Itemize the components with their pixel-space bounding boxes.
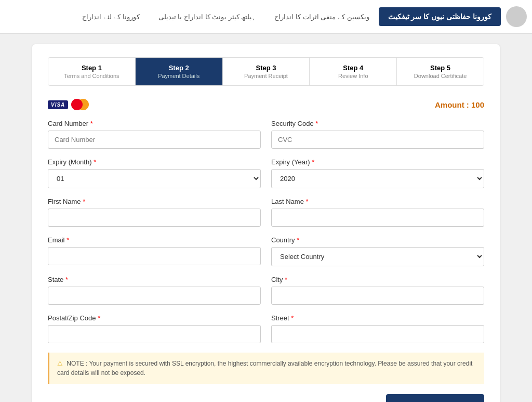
row-card-security: Card Number * Security Code *	[48, 120, 484, 149]
required-star-6: *	[306, 198, 309, 205]
row-state-city: State * City *	[48, 276, 484, 305]
mastercard-icon	[71, 99, 89, 110]
step-5-label: Download Certificate	[401, 73, 480, 79]
ssl-note: ⚠ NOTE : Your payment is secured with SS…	[48, 353, 484, 384]
security-code-label: Security Code *	[271, 120, 484, 127]
nav-item-corona-safety[interactable]: کورونا حفاظتی نیوں کا سر ٹیفکیٹ	[379, 7, 501, 26]
step-3-label: Payment Receipt	[227, 73, 305, 79]
expiry-month-label: Expiry (Month) *	[48, 158, 261, 166]
last-name-label: Last Name *	[271, 198, 484, 205]
confirm-button-row: Confirm And Pay	[48, 394, 484, 402]
required-star-2: *	[315, 120, 318, 127]
state-input[interactable]	[48, 287, 261, 305]
expiry-month-select[interactable]: 01020304 05060708 09101112	[48, 169, 261, 188]
city-input[interactable]	[271, 287, 484, 305]
nav-item-booster[interactable]: ہیلتھ کیئر یونٹ کا انداراج یا تبدیلی	[149, 8, 265, 26]
required-star-9: *	[65, 276, 68, 283]
group-postal: Postal/Zip Code *	[48, 314, 261, 343]
step-4[interactable]: Step 4 Review Info	[310, 58, 397, 85]
required-star-10: *	[285, 276, 287, 283]
country-select[interactable]: Select Country Pakistan United States Un…	[271, 247, 484, 266]
card-number-input[interactable]	[48, 131, 261, 149]
row-expiry: Expiry (Month) * 01020304 05060708 09101…	[48, 158, 484, 188]
step-1[interactable]: Step 1 Terms and Conditions	[48, 58, 136, 85]
city-label: City *	[271, 276, 484, 283]
card-icons: VISA	[48, 99, 89, 110]
required-star-3: *	[94, 158, 96, 166]
expiry-year-label: Expiry (Year) *	[271, 158, 484, 166]
postal-input[interactable]	[48, 325, 261, 343]
step-5-number: Step 5	[401, 64, 480, 72]
last-name-input[interactable]	[271, 209, 484, 227]
top-navigation: کورونا حفاظتی نیوں کا سر ٹیفکیٹ ویکسین ک…	[0, 0, 532, 34]
required-star-12: *	[291, 314, 294, 322]
required-star-11: *	[98, 314, 100, 322]
confirm-and-pay-button[interactable]: Confirm And Pay	[386, 394, 484, 402]
amount-label: Amount : 100	[435, 100, 484, 109]
group-state: State *	[48, 276, 261, 305]
required-star-8: *	[297, 236, 299, 244]
step-3[interactable]: Step 3 Payment Receipt	[223, 58, 310, 85]
street-input[interactable]	[271, 325, 484, 343]
steps-bar: Step 1 Terms and Conditions Step 2 Payme…	[48, 57, 484, 86]
nav-item-vaccine-impact[interactable]: ویکسین کے منفی اثرات کا انداراج	[265, 8, 378, 26]
required-star-4: *	[312, 158, 314, 166]
step-1-number: Step 1	[52, 64, 131, 72]
row-postal-street: Postal/Zip Code * Street *	[48, 314, 484, 343]
email-input[interactable]	[48, 247, 261, 265]
group-email: Email *	[48, 236, 261, 266]
expiry-year-select[interactable]: 2020202120222023 2024202520262027 202820…	[271, 169, 484, 188]
card-number-label: Card Number *	[48, 120, 261, 127]
group-first-name: First Name *	[48, 198, 261, 227]
group-country: Country * Select Country Pakistan United…	[271, 236, 484, 266]
row-email-country: Email * Country * Select Country Pakista…	[48, 236, 484, 266]
group-expiry-year: Expiry (Year) * 2020202120222023 2024202…	[271, 158, 484, 188]
step-1-label: Terms and Conditions	[52, 73, 131, 79]
group-card-number: Card Number *	[48, 120, 261, 149]
group-expiry-month: Expiry (Month) * 01020304 05060708 09101…	[48, 158, 261, 188]
logo	[506, 6, 527, 27]
group-city: City *	[271, 276, 484, 305]
step-3-number: Step 3	[227, 64, 305, 72]
group-security-code: Security Code *	[271, 120, 484, 149]
street-label: Street *	[271, 314, 484, 322]
state-label: State *	[48, 276, 261, 283]
required-star-7: *	[66, 236, 69, 244]
required-star: *	[90, 120, 93, 127]
step-4-number: Step 4	[314, 64, 392, 72]
main-container: Step 1 Terms and Conditions Step 2 Payme…	[32, 44, 500, 402]
first-name-label: First Name *	[48, 198, 261, 205]
step-4-label: Review Info	[314, 73, 392, 79]
postal-label: Postal/Zip Code *	[48, 314, 261, 322]
security-code-input[interactable]	[271, 131, 484, 149]
required-star-5: *	[83, 198, 85, 205]
row-names: First Name * Last Name *	[48, 198, 484, 227]
first-name-input[interactable]	[48, 209, 261, 227]
step-2[interactable]: Step 2 Payment Details	[136, 58, 223, 85]
note-text: NOTE : Your payment is secured with SSL …	[57, 360, 472, 377]
group-street: Street *	[271, 314, 484, 343]
visa-icon: VISA	[48, 100, 68, 109]
warning-icon: ⚠	[57, 360, 63, 367]
payment-icons-row: VISA Amount : 100	[48, 99, 484, 110]
email-label: Email *	[48, 236, 261, 244]
group-last-name: Last Name *	[271, 198, 484, 227]
country-label: Country *	[271, 236, 484, 244]
step-2-number: Step 2	[140, 64, 218, 72]
step-2-label: Payment Details	[140, 73, 218, 79]
nav-item-entry-corona[interactable]: کورونا کے لئے انداراج	[73, 8, 149, 26]
step-5[interactable]: Step 5 Download Certificate	[397, 58, 484, 85]
